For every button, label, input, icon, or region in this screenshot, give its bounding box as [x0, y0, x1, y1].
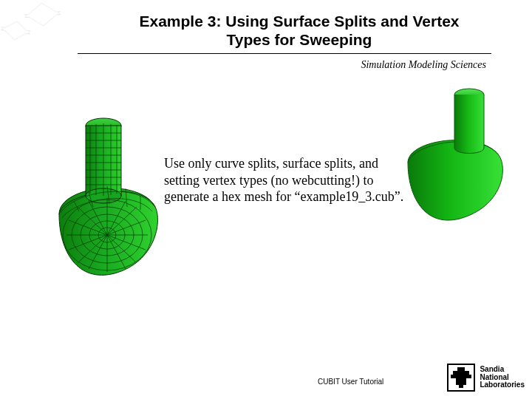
flag-stripe-red — [0, 0, 66, 65]
star-icon — [1, 19, 31, 34]
sandia-text: Sandia National Laboratories — [480, 366, 525, 389]
slide-title: Example 3: Using Surface Splits and Vert… — [111, 12, 488, 49]
title-line-2: Types for Sweeping — [227, 31, 372, 48]
sandia-line-1: Sandia — [480, 365, 504, 373]
corner-decoration — [0, 0, 85, 74]
sandia-line-3: Laboratories — [480, 381, 525, 389]
title-underline — [78, 53, 491, 54]
star-icon — [24, 1, 61, 18]
figure-solid-geometry — [399, 81, 517, 236]
footer-text: CUBIT User Tutorial — [318, 378, 383, 386]
subtitle: Simulation Modeling Sciences — [361, 59, 486, 71]
sandia-line-2: National — [480, 373, 508, 381]
meshed-cylinder-svg — [44, 103, 177, 296]
slide: Example 3: Using Surface Splits and Vert… — [0, 0, 532, 399]
sandia-logo: Sandia National Laboratories — [447, 364, 525, 392]
solid-cylinder-svg — [399, 81, 517, 236]
title-line-1: Example 3: Using Surface Splits and Vert… — [140, 13, 460, 30]
flag-stripe-white — [10, 0, 87, 55]
thunderbird-icon — [447, 364, 475, 392]
figure-meshed-geometry — [44, 103, 177, 296]
flag-stripe-blue — [0, 11, 50, 84]
body-text: Use only curve splits, surface splits, a… — [164, 155, 408, 205]
